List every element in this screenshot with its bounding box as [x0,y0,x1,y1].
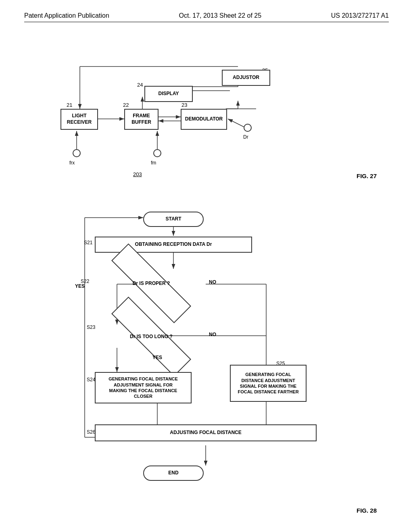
adjustor-box: ADJUSTOR [222,70,270,86]
page: Patent Application Publication Oct. 17, … [0,0,413,532]
fig28-container: START S21 OBTAINING RECEPTION DATA Dr S2… [24,204,389,518]
header-right: US 2013/272717 A1 [331,12,389,19]
fm-label: fm [151,160,156,166]
dr-circle [244,124,252,132]
header-center: Oct. 17, 2013 Sheet 22 of 25 [179,12,261,19]
frx-circle [73,149,81,157]
s26-label: S26 [87,429,95,435]
s21-box: OBTAINING RECEPTION DATA Dr [95,237,252,253]
s25-box: GENERATING FOCAL DISTANCE ADJUSTMENT SIG… [230,365,307,402]
ref-23: 23 [181,102,187,108]
s23-diamond: Dr IS TOO LONG ? [95,320,208,353]
end-box: END [143,466,204,481]
s24-box: GENERATING FOCAL DISTANCE ADJUSTMENT SIG… [95,372,192,403]
light-receiver-box: LIGHT RECEIVER [60,109,98,130]
s26-box: ADJUSTING FOCAL DISTANCE [95,424,317,441]
s21-label: S21 [84,240,92,245]
frame-buffer-box: FRAME BUFFER [124,109,159,130]
ref-22: 22 [123,102,129,108]
dr-label: Dr [243,134,248,140]
yes-s23-label: YES [152,355,162,360]
fm-circle [153,149,161,157]
s22-diamond: Dr IS PROPER ? [95,267,208,299]
no-s23-label: NO [209,332,216,337]
display-box: DISPLAY [144,86,193,102]
ref-21: 21 [67,102,72,108]
fig27-label: FIG. 27 [357,172,377,179]
yes-s22-label: YES [75,283,85,289]
s24-label: S24 [87,377,95,382]
header-left: Patent Application Publication [24,12,109,19]
no-s22-label: NO [209,279,216,285]
demodulator-box: DEMODULATOR [181,109,227,130]
header: Patent Application Publication Oct. 17, … [24,12,389,22]
s23-label: S23 [87,324,95,330]
svg-line-14 [228,119,244,127]
diagram-203-label: 203 [133,171,142,177]
fig27-container: 25 ADJUSTOR 24 DISPLAY 21 LIGHT RECEIVER… [24,34,389,187]
fig28-section: START S21 OBTAINING RECEPTION DATA Dr S2… [24,204,389,518]
fig27-section: 25 ADJUSTOR 24 DISPLAY 21 LIGHT RECEIVER… [24,34,389,187]
frx-label: frx [69,160,75,166]
start-box: START [143,212,204,227]
fig28-label: FIG. 28 [357,507,377,514]
ref-24: 24 [137,82,143,88]
